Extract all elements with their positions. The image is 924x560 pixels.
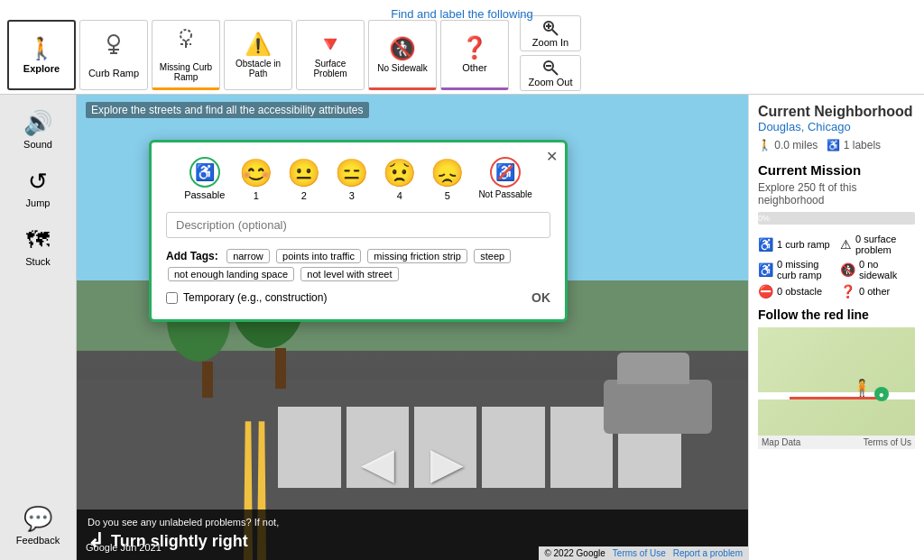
tag-narrow[interactable]: narrow [226, 249, 270, 263]
navigation-arrows: ◀ ▶ [361, 437, 464, 488]
ok-button[interactable]: OK [531, 290, 550, 305]
svg-line-8 [552, 30, 558, 35]
left-arrow[interactable]: ◀ [361, 437, 394, 488]
rating-not-passable[interactable]: ♿ Not Passable [478, 157, 531, 201]
tool-explore[interactable]: 🚶 Explore [7, 20, 76, 90]
rating-passable[interactable]: ♿ Passable [184, 157, 225, 201]
no-sidewalk-icon: 🚷 [389, 36, 416, 61]
rating-2-icon: 😐 [287, 157, 320, 188]
tool-surface[interactable]: 🔻 Surface Problem [296, 20, 365, 90]
tool-no-sidewalk[interactable]: 🚷 No Sidewalk [368, 20, 437, 90]
surface-problem-count: ⚠ 0 surface problem [840, 234, 915, 255]
jump-icon: ↺ [28, 168, 48, 196]
obstacle-count: ⛔ 0 obstacle [758, 284, 833, 298]
right-arrow[interactable]: ▶ [430, 437, 464, 488]
no-sidewalk-count-icon: 🚷 [840, 262, 855, 277]
not-passable-icon: ♿ [490, 157, 521, 188]
no-sidewalk-count: 🚷 0 no sidewalk [840, 259, 915, 280]
tag-missing-friction-strip[interactable]: missing friction strip [367, 249, 467, 263]
svg-line-12 [552, 69, 558, 75]
temporary-checkbox-input[interactable] [166, 292, 178, 304]
neighborhood-title: Current Neighborhood [758, 104, 915, 120]
obstacle-count-icon: ⛔ [758, 284, 773, 298]
google-label: Google Jun 2021 [86, 542, 162, 553]
terms-of-use-link[interactable]: Terms of Use [613, 548, 666, 558]
rating-4-icon: 😟 [383, 157, 416, 188]
missing-curb-ramp-icon [171, 26, 200, 60]
neighborhood-location[interactable]: Douglas, Chicago [758, 120, 915, 133]
feedback-icon: 💬 [23, 505, 52, 533]
curb-ramp-icon [99, 32, 128, 66]
mission-desc: Explore 250 ft of this neighborhood [758, 181, 915, 207]
copyright-bar: © 2022 Google Terms of Use Report a prob… [539, 546, 748, 560]
stuck-icon: 🗺 [26, 226, 50, 254]
tool-missing-curb-ramp[interactable]: Missing Curb Ramp [152, 20, 220, 90]
rating-5-icon: 😞 [430, 157, 464, 188]
report-problem-link[interactable]: Report a problem [673, 548, 743, 558]
rating-5[interactable]: 😞 5 [430, 157, 464, 201]
dialog-bottom: Temporary (e.g., construction) OK [166, 290, 550, 305]
rating-1[interactable]: 😊 1 [239, 157, 273, 201]
map-footer: Map Data Terms of Us [758, 436, 915, 449]
tool-other[interactable]: ❓ Other [440, 20, 509, 90]
tree [185, 317, 230, 398]
progress-bar: 0% complete [758, 212, 915, 225]
sound-icon: 🔊 [23, 109, 52, 137]
mission-title: Current Mission [758, 162, 915, 178]
rating-dialog: ✕ ♿ Passable 😊 1 😐 2 [149, 140, 568, 322]
dialog-close-button[interactable]: ✕ [546, 148, 558, 165]
rating-1-icon: 😊 [239, 157, 273, 188]
stuck-button[interactable]: 🗺 Stuck [5, 221, 71, 272]
zoom-in-button[interactable]: Zoom In [520, 15, 581, 51]
other-count-icon: ❓ [840, 284, 855, 298]
missing-curb-count: ♿ 0 missing curb ramp [758, 259, 833, 280]
street-view-label: Explore the streets and find all the acc… [86, 102, 369, 118]
mini-map-destination: ● [874, 387, 889, 401]
tag-not-level[interactable]: not level with street [300, 267, 398, 281]
car [604, 380, 712, 434]
rating-3-icon: 😑 [335, 157, 368, 188]
tag-not-enough-landing[interactable]: not enough landing space [168, 267, 294, 281]
mini-map: 🧍 ● [758, 327, 915, 436]
tag-steep[interactable]: steep [474, 249, 511, 263]
label-counts: ♿ 1 curb ramp ⚠ 0 surface problem ♿ 0 mi… [758, 234, 915, 298]
explore-icon: 🚶 [28, 36, 55, 61]
tool-obstacle[interactable]: ⚠️ Obstacle in Path [224, 20, 292, 90]
surface-count-icon: ⚠ [840, 237, 852, 252]
rating-options: ♿ Passable 😊 1 😐 2 😑 3 [166, 157, 550, 201]
rating-4[interactable]: 😟 4 [383, 157, 416, 201]
tags-section: Add Tags: narrow points into traffic mis… [166, 247, 550, 283]
description-input[interactable] [166, 212, 550, 238]
neighborhood-stats: 🚶 0.0 miles ♿ 1 labels [758, 139, 915, 151]
other-icon: ❓ [461, 35, 488, 60]
zoom-out-button[interactable]: Zoom Out [520, 55, 581, 91]
tool-curb-ramp[interactable]: Curb Ramp [79, 20, 148, 90]
svg-point-4 [180, 30, 191, 41]
rating-2[interactable]: 😐 2 [287, 157, 320, 201]
distance-stat: 🚶 0.0 miles [758, 139, 818, 151]
other-count: ❓ 0 other [840, 284, 915, 298]
svg-point-0 [108, 35, 119, 46]
mini-map-person: 🧍 [852, 378, 872, 398]
map-terms-link[interactable]: Terms of Us [864, 437, 911, 447]
curb-ramp-count-icon: ♿ [758, 237, 773, 252]
tag-points-into-traffic[interactable]: points into traffic [276, 249, 361, 263]
obstacle-icon: ⚠️ [245, 32, 272, 57]
mission-section: Current Mission Explore 250 ft of this n… [758, 162, 915, 449]
missing-curb-count-icon: ♿ [758, 262, 773, 277]
find-label: Find and label the following [391, 7, 533, 21]
surface-icon: 🔻 [317, 32, 344, 57]
sound-button[interactable]: 🔊 Sound [5, 104, 71, 155]
follow-label: Follow the red line [758, 308, 915, 322]
passable-icon: ♿ [189, 157, 220, 188]
jump-button[interactable]: ↺ Jump [5, 162, 71, 214]
feedback-button[interactable]: 💬 Feedback [5, 500, 71, 551]
temporary-checkbox[interactable]: Temporary (e.g., construction) [166, 291, 327, 304]
rating-3[interactable]: 😑 3 [335, 157, 368, 201]
labels-stat: ♿ 1 labels [827, 139, 881, 151]
curb-ramp-count: ♿ 1 curb ramp [758, 234, 833, 255]
